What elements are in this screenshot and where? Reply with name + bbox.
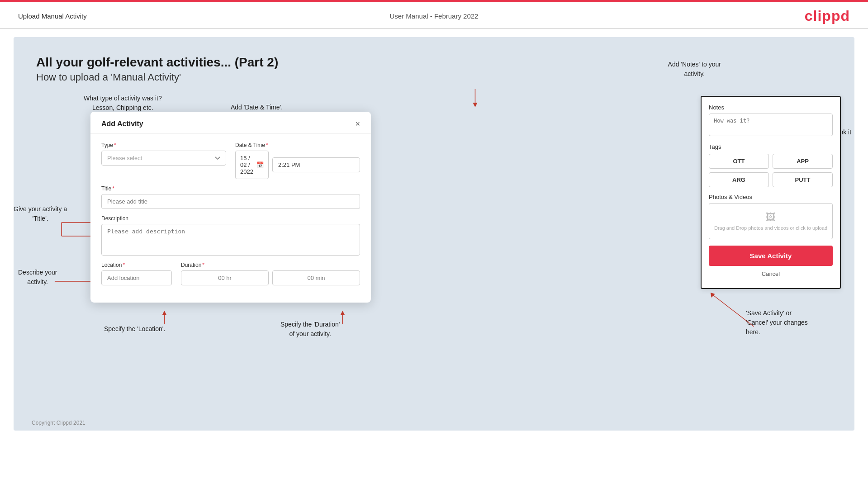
tags-grid: OTT APP ARG PUTT xyxy=(709,154,833,187)
callout-datetime-text: Add 'Date & Time'. xyxy=(231,104,283,111)
callout-save-text: 'Save Activity' or'Cancel' your changesh… xyxy=(746,309,808,336)
svg-marker-16 xyxy=(473,103,477,107)
callout-duration: Specify the 'Duration'of your activity. xyxy=(280,320,340,339)
callout-save: 'Save Activity' or'Cancel' your changesh… xyxy=(746,308,854,337)
cancel-link[interactable]: Cancel xyxy=(709,270,833,281)
date-time-group: 15 / 02 / 2022 📅 xyxy=(235,151,360,179)
footer-copyright: Copyright Clippd 2021 xyxy=(32,420,85,426)
add-activity-dialog: Add Activity × Type* Please select Date … xyxy=(90,112,371,303)
callout-give-title-text: Give your activity a'Title'. xyxy=(14,205,67,222)
duration-label: Duration* xyxy=(181,262,360,268)
photos-upload-area[interactable]: 🖼 Drag and Drop photos and videos or cli… xyxy=(709,203,833,239)
photos-section-label: Photos & Videos xyxy=(709,194,833,200)
description-textarea[interactable] xyxy=(101,224,360,256)
right-panel-inner: Notes Tags OTT APP ARG PUTT Photos & Vid… xyxy=(702,97,840,288)
calendar-icon: 📅 xyxy=(256,161,264,168)
svg-marker-22 xyxy=(711,293,715,298)
form-group-description: Description xyxy=(101,215,360,256)
tag-btn-arg[interactable]: ARG xyxy=(709,172,769,187)
notes-section-label: Notes xyxy=(709,104,833,111)
duration-hr-input[interactable] xyxy=(181,270,269,285)
save-activity-button[interactable]: Save Activity xyxy=(709,246,833,266)
title-label: Title* xyxy=(101,185,360,192)
tag-btn-ott[interactable]: OTT xyxy=(709,154,769,169)
callout-give-title: Give your activity a'Title'. xyxy=(14,204,67,223)
datetime-label: Date & Time* xyxy=(235,142,360,148)
upload-icon: 🖼 xyxy=(766,212,776,223)
duration-group xyxy=(181,270,360,285)
form-group-location: Location* xyxy=(101,262,172,285)
callout-duration-text: Specify the 'Duration'of your activity. xyxy=(280,321,340,337)
description-label: Description xyxy=(101,215,360,222)
header-left-label: Upload Manual Activity xyxy=(18,12,87,20)
tag-btn-app[interactable]: APP xyxy=(773,154,833,169)
callout-datetime: Add 'Date & Time'. xyxy=(231,103,283,112)
dialog-header: Add Activity × xyxy=(90,112,371,134)
form-group-duration: Duration* xyxy=(181,262,360,285)
svg-marker-14 xyxy=(340,311,345,315)
upload-text: Drag and Drop photos and videos or click… xyxy=(714,225,827,231)
form-group-datetime: Date & Time* 15 / 02 / 2022 📅 xyxy=(235,142,360,179)
dialog-body: Type* Please select Date & Time* 15 / 02… xyxy=(90,134,371,303)
location-input[interactable] xyxy=(101,270,172,285)
main-content: All your golf-relevant activities... (Pa… xyxy=(14,37,854,431)
dialog-title: Add Activity xyxy=(101,120,143,128)
callout-type: What type of activity was it?Lesson, Chi… xyxy=(84,94,162,113)
dialog-close-button[interactable]: × xyxy=(355,120,360,128)
time-input[interactable] xyxy=(272,157,360,172)
tag-btn-putt[interactable]: PUTT xyxy=(773,172,833,187)
callout-notes: Add 'Notes' to youractivity. xyxy=(668,60,721,79)
right-panel: Notes Tags OTT APP ARG PUTT Photos & Vid… xyxy=(701,96,841,289)
callout-location-text: Specify the 'Location'. xyxy=(104,325,165,332)
callout-describe: Describe youractivity. xyxy=(18,268,57,287)
date-input[interactable]: 15 / 02 / 2022 📅 xyxy=(235,151,269,179)
header-center-label: User Manual - February 2022 xyxy=(390,12,479,20)
title-input[interactable] xyxy=(101,194,360,209)
callout-describe-text: Describe youractivity. xyxy=(18,269,57,285)
svg-marker-12 xyxy=(162,311,166,315)
form-group-type: Type* Please select xyxy=(101,142,226,179)
form-row-location-duration: Location* Duration* xyxy=(101,262,360,285)
header: Upload Manual Activity User Manual - Feb… xyxy=(0,2,868,29)
callout-type-text: What type of activity was it?Lesson, Chi… xyxy=(84,95,162,111)
duration-min-input[interactable] xyxy=(272,270,360,285)
notes-textarea[interactable] xyxy=(709,114,833,136)
callout-notes-text: Add 'Notes' to youractivity. xyxy=(668,61,721,77)
callout-location: Specify the 'Location'. xyxy=(104,324,165,334)
tags-section-label: Tags xyxy=(709,143,833,150)
form-row-type-datetime: Type* Please select Date & Time* 15 / 02… xyxy=(101,142,360,179)
type-select[interactable]: Please select xyxy=(101,151,226,166)
form-group-title: Title* xyxy=(101,185,360,209)
type-label: Type* xyxy=(101,142,226,148)
location-label: Location* xyxy=(101,262,172,268)
clippd-logo: clippd xyxy=(805,8,850,24)
